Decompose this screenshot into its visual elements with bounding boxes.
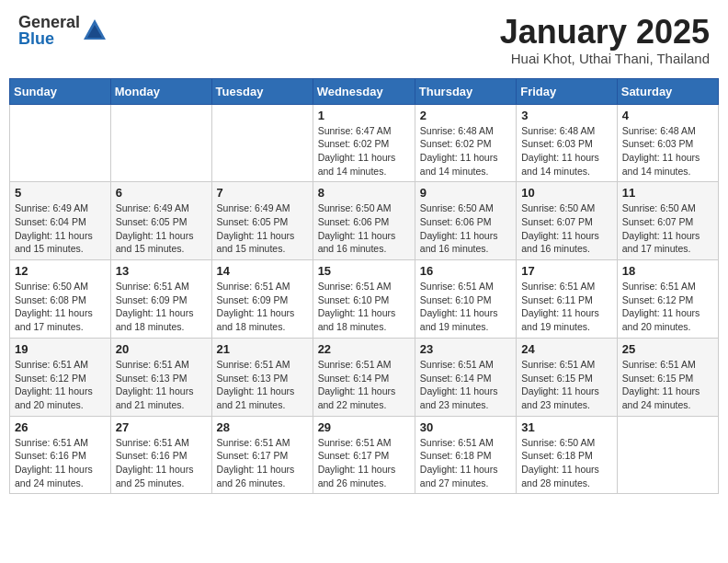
calendar-cell: 23Sunrise: 6:51 AM Sunset: 6:14 PM Dayli…: [415, 338, 516, 416]
location-subtitle: Huai Khot, Uthai Thani, Thailand: [500, 51, 710, 66]
weekday-header-saturday: Saturday: [617, 78, 718, 104]
calendar-cell: 1Sunrise: 6:47 AM Sunset: 6:02 PM Daylig…: [313, 104, 415, 182]
day-info: Sunrise: 6:48 AM Sunset: 6:03 PM Dayligh…: [622, 124, 713, 178]
day-info: Sunrise: 6:51 AM Sunset: 6:13 PM Dayligh…: [116, 358, 207, 412]
day-info: Sunrise: 6:51 AM Sunset: 6:17 PM Dayligh…: [217, 436, 308, 490]
day-number: 10: [521, 186, 612, 200]
calendar-cell: 24Sunrise: 6:51 AM Sunset: 6:15 PM Dayli…: [517, 338, 618, 416]
calendar-cell: 7Sunrise: 6:49 AM Sunset: 6:05 PM Daylig…: [211, 182, 313, 260]
calendar-cell: 10Sunrise: 6:50 AM Sunset: 6:07 PM Dayli…: [517, 182, 618, 260]
weekday-header-tuesday: Tuesday: [211, 78, 313, 104]
weekday-header-sunday: Sunday: [10, 78, 111, 104]
day-info: Sunrise: 6:47 AM Sunset: 6:02 PM Dayligh…: [318, 124, 410, 178]
day-info: Sunrise: 6:49 AM Sunset: 6:04 PM Dayligh…: [15, 201, 106, 256]
day-info: Sunrise: 6:50 AM Sunset: 6:08 PM Dayligh…: [15, 280, 106, 334]
day-number: 29: [318, 420, 410, 434]
calendar-cell: [211, 104, 313, 182]
calendar-cell: 25Sunrise: 6:51 AM Sunset: 6:15 PM Dayli…: [617, 338, 718, 416]
day-number: 25: [622, 342, 713, 356]
day-number: 11: [622, 186, 713, 200]
calendar-cell: 21Sunrise: 6:51 AM Sunset: 6:13 PM Dayli…: [211, 338, 313, 416]
day-info: Sunrise: 6:50 AM Sunset: 6:07 PM Dayligh…: [622, 201, 713, 256]
logo: General Blue: [18, 14, 108, 47]
day-number: 21: [217, 342, 308, 356]
weekday-header-wednesday: Wednesday: [313, 78, 415, 104]
calendar-cell: 22Sunrise: 6:51 AM Sunset: 6:14 PM Dayli…: [313, 338, 415, 416]
day-info: Sunrise: 6:50 AM Sunset: 6:18 PM Dayligh…: [521, 436, 612, 490]
calendar-cell: [617, 416, 718, 494]
day-info: Sunrise: 6:51 AM Sunset: 6:14 PM Dayligh…: [420, 358, 511, 412]
day-info: Sunrise: 6:51 AM Sunset: 6:12 PM Dayligh…: [622, 280, 713, 334]
calendar-week-3: 12Sunrise: 6:50 AM Sunset: 6:08 PM Dayli…: [10, 260, 719, 339]
calendar-cell: 31Sunrise: 6:50 AM Sunset: 6:18 PM Dayli…: [517, 416, 618, 494]
calendar-week-2: 5Sunrise: 6:49 AM Sunset: 6:04 PM Daylig…: [10, 182, 719, 260]
day-info: Sunrise: 6:51 AM Sunset: 6:16 PM Dayligh…: [15, 436, 106, 490]
day-number: 15: [318, 264, 410, 278]
calendar-cell: 16Sunrise: 6:51 AM Sunset: 6:10 PM Dayli…: [415, 260, 516, 339]
day-number: 9: [420, 186, 511, 200]
day-number: 30: [420, 420, 511, 434]
calendar-week-5: 26Sunrise: 6:51 AM Sunset: 6:16 PM Dayli…: [10, 416, 719, 494]
day-number: 19: [15, 342, 106, 356]
day-number: 13: [116, 264, 207, 278]
calendar-week-1: 1Sunrise: 6:47 AM Sunset: 6:02 PM Daylig…: [10, 104, 719, 182]
day-info: Sunrise: 6:51 AM Sunset: 6:16 PM Dayligh…: [116, 436, 207, 490]
calendar-cell: 9Sunrise: 6:50 AM Sunset: 6:06 PM Daylig…: [415, 182, 516, 260]
month-title: January 2025: [500, 14, 710, 51]
day-info: Sunrise: 6:51 AM Sunset: 6:15 PM Dayligh…: [521, 358, 612, 412]
calendar-cell: 26Sunrise: 6:51 AM Sunset: 6:16 PM Dayli…: [10, 416, 111, 494]
weekday-header-row: SundayMondayTuesdayWednesdayThursdayFrid…: [10, 78, 719, 104]
weekday-header-friday: Friday: [517, 78, 618, 104]
calendar-cell: 19Sunrise: 6:51 AM Sunset: 6:12 PM Dayli…: [10, 338, 111, 416]
calendar-cell: 28Sunrise: 6:51 AM Sunset: 6:17 PM Dayli…: [211, 416, 313, 494]
day-info: Sunrise: 6:50 AM Sunset: 6:06 PM Dayligh…: [318, 201, 410, 256]
calendar-cell: [10, 104, 111, 182]
day-info: Sunrise: 6:51 AM Sunset: 6:09 PM Dayligh…: [217, 280, 308, 334]
calendar-cell: 3Sunrise: 6:48 AM Sunset: 6:03 PM Daylig…: [517, 104, 618, 182]
calendar-cell: 8Sunrise: 6:50 AM Sunset: 6:06 PM Daylig…: [313, 182, 415, 260]
calendar-cell: 18Sunrise: 6:51 AM Sunset: 6:12 PM Dayli…: [617, 260, 718, 339]
logo-icon: [82, 17, 108, 43]
weekday-header-monday: Monday: [110, 78, 211, 104]
logo-general: General: [18, 14, 80, 30]
day-info: Sunrise: 6:50 AM Sunset: 6:07 PM Dayligh…: [521, 201, 612, 256]
calendar-cell: 20Sunrise: 6:51 AM Sunset: 6:13 PM Dayli…: [110, 338, 211, 416]
day-number: 12: [15, 264, 106, 278]
day-info: Sunrise: 6:51 AM Sunset: 6:11 PM Dayligh…: [521, 280, 612, 334]
day-number: 27: [116, 420, 207, 434]
calendar-cell: 13Sunrise: 6:51 AM Sunset: 6:09 PM Dayli…: [110, 260, 211, 339]
day-info: Sunrise: 6:51 AM Sunset: 6:09 PM Dayligh…: [116, 280, 207, 334]
day-number: 14: [217, 264, 308, 278]
day-number: 22: [318, 342, 410, 356]
day-number: 1: [318, 109, 410, 122]
day-info: Sunrise: 6:51 AM Sunset: 6:12 PM Dayligh…: [15, 358, 106, 412]
day-number: 7: [217, 186, 308, 200]
day-number: 2: [420, 109, 511, 122]
day-info: Sunrise: 6:51 AM Sunset: 6:17 PM Dayligh…: [318, 436, 410, 490]
calendar-cell: 17Sunrise: 6:51 AM Sunset: 6:11 PM Dayli…: [517, 260, 618, 339]
calendar-cell: 5Sunrise: 6:49 AM Sunset: 6:04 PM Daylig…: [10, 182, 111, 260]
day-info: Sunrise: 6:49 AM Sunset: 6:05 PM Dayligh…: [116, 201, 207, 256]
page-header: General Blue January 2025 Huai Khot, Uth…: [9, 9, 719, 71]
calendar-cell: 14Sunrise: 6:51 AM Sunset: 6:09 PM Dayli…: [211, 260, 313, 339]
day-number: 18: [622, 264, 713, 278]
day-number: 5: [15, 186, 106, 200]
day-number: 8: [318, 186, 410, 200]
calendar-cell: 27Sunrise: 6:51 AM Sunset: 6:16 PM Dayli…: [110, 416, 211, 494]
calendar-cell: 4Sunrise: 6:48 AM Sunset: 6:03 PM Daylig…: [617, 104, 718, 182]
day-number: 17: [521, 264, 612, 278]
day-number: 3: [521, 109, 612, 122]
day-number: 24: [521, 342, 612, 356]
calendar-week-4: 19Sunrise: 6:51 AM Sunset: 6:12 PM Dayli…: [10, 338, 719, 416]
day-info: Sunrise: 6:51 AM Sunset: 6:18 PM Dayligh…: [420, 436, 511, 490]
day-number: 6: [116, 186, 207, 200]
calendar-cell: 12Sunrise: 6:50 AM Sunset: 6:08 PM Dayli…: [10, 260, 111, 339]
calendar-cell: 15Sunrise: 6:51 AM Sunset: 6:10 PM Dayli…: [313, 260, 415, 339]
day-info: Sunrise: 6:48 AM Sunset: 6:03 PM Dayligh…: [521, 124, 612, 178]
day-number: 20: [116, 342, 207, 356]
calendar-cell: [110, 104, 211, 182]
day-number: 4: [622, 109, 713, 122]
calendar-table: SundayMondayTuesdayWednesdayThursdayFrid…: [9, 78, 719, 495]
calendar-cell: 29Sunrise: 6:51 AM Sunset: 6:17 PM Dayli…: [313, 416, 415, 494]
day-number: 26: [15, 420, 106, 434]
